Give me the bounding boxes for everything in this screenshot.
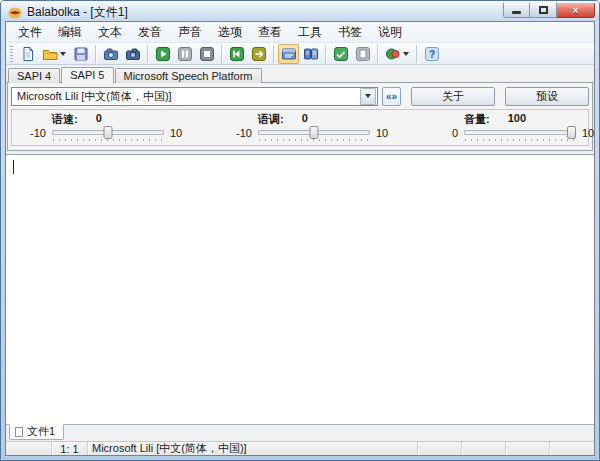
status-cell-empty <box>550 442 594 455</box>
voice-combobox-value: Microsoft Lili [中文(简体，中国)] <box>12 89 359 104</box>
skip-to-start-icon <box>229 46 245 62</box>
status-cell-position: 1: 1 <box>52 442 88 455</box>
volume-min: 0 <box>434 127 458 139</box>
menu-bookmarks[interactable]: 书签 <box>330 22 370 43</box>
slider-ticks <box>259 139 369 141</box>
close-button[interactable]: × <box>557 3 595 18</box>
pause-icon <box>177 46 193 62</box>
menu-bar: 文件 编辑 文本 发音 声音 选项 查看 工具 书签 说明 <box>6 22 594 42</box>
status-cell-empty <box>506 442 550 455</box>
voice-panel: Microsoft Lili [中文(简体，中国)] «» 关于 预设 语速: … <box>7 83 593 151</box>
new-document-button[interactable] <box>17 44 38 64</box>
volume-label: 音量: <box>464 112 490 125</box>
volume-slider-group: 音量: 100 0 100 <box>434 112 595 141</box>
clipboard-icon <box>355 46 371 62</box>
chevron-down-icon <box>365 94 371 98</box>
new-document-icon <box>20 46 36 62</box>
menu-voice[interactable]: 声音 <box>170 22 210 43</box>
pitch-max: 10 <box>376 127 400 139</box>
text-panel-icon <box>281 46 297 62</box>
play-button[interactable] <box>152 44 173 64</box>
volume-value: 100 <box>508 112 526 125</box>
document-tab[interactable]: 文件1 <box>9 424 64 440</box>
presets-button[interactable]: 预设 <box>505 87 589 106</box>
tab-sapi4[interactable]: SAPI 4 <box>8 68 60 83</box>
rate-slider[interactable] <box>52 125 164 141</box>
convert-audio-icon <box>125 46 141 62</box>
help-icon: ? <box>424 46 440 62</box>
menu-tools[interactable]: 工具 <box>290 22 330 43</box>
text-editor[interactable] <box>6 154 594 424</box>
voice-list-icon <box>385 46 401 62</box>
save-icon <box>73 46 89 62</box>
pause-button[interactable] <box>174 44 195 64</box>
menu-pronounce[interactable]: 发音 <box>130 22 170 43</box>
rate-slider-thumb[interactable] <box>104 126 113 139</box>
help-button[interactable]: ? <box>421 44 442 64</box>
toolbar-separator <box>273 45 274 63</box>
engine-tabstrip: SAPI 4 SAPI 5 Microsoft Speech Platform <box>6 65 594 83</box>
status-cell-empty <box>462 442 506 455</box>
close-icon: × <box>572 4 578 16</box>
dictionary-button[interactable] <box>300 44 321 64</box>
menu-file[interactable]: 文件 <box>10 22 50 43</box>
menu-help[interactable]: 说明 <box>370 22 410 43</box>
pitch-label: 语调: <box>258 112 284 125</box>
rate-max: 10 <box>170 127 194 139</box>
volume-slider[interactable] <box>464 125 576 141</box>
toolbar-separator <box>147 45 148 63</box>
tab-speech-platform[interactable]: Microsoft Speech Platform <box>115 68 262 83</box>
voice-test-icon: «» <box>386 91 397 102</box>
pitch-min: -10 <box>228 127 252 139</box>
merge-audio-button[interactable] <box>248 44 269 64</box>
pitch-value: 0 <box>302 112 308 125</box>
maximize-icon <box>539 6 548 14</box>
voice-combobox[interactable]: Microsoft Lili [中文(简体，中国)] <box>11 87 378 106</box>
status-bar: 1: 1 Microsoft Lili [中文(简体，中国)] <box>6 441 594 455</box>
pitch-slider-thumb[interactable] <box>310 126 319 139</box>
pitch-slider-group: 语调: 0 -10 10 <box>228 112 400 141</box>
slider-ticks <box>53 139 163 141</box>
toolbar-separator <box>416 45 417 63</box>
menu-text[interactable]: 文本 <box>90 22 130 43</box>
save-audio-button[interactable] <box>100 44 121 64</box>
open-folder-icon <box>42 46 58 62</box>
toolbar-separator <box>95 45 96 63</box>
toolbar: ? <box>6 42 594 65</box>
rate-value: 0 <box>96 112 102 125</box>
text-caret <box>13 160 14 174</box>
convert-audio-button[interactable] <box>122 44 143 64</box>
spell-check-icon <box>333 46 349 62</box>
menu-edit[interactable]: 编辑 <box>50 22 90 43</box>
document-tab-label: 文件1 <box>27 424 55 439</box>
menu-view[interactable]: 查看 <box>250 22 290 43</box>
toolbar-grip[interactable] <box>10 46 13 62</box>
status-cell-empty <box>6 442 52 455</box>
document-tabbar: 文件1 <box>6 424 594 441</box>
voice-sliders-box: 语速: 0 -10 10 语调: <box>11 109 589 146</box>
save-audio-icon <box>103 46 119 62</box>
about-voice-button[interactable]: 关于 <box>411 87 495 106</box>
voice-list-button[interactable] <box>382 44 412 64</box>
menu-options[interactable]: 选项 <box>210 22 250 43</box>
pitch-slider[interactable] <box>258 125 370 141</box>
clipboard-watch-button[interactable] <box>352 44 373 64</box>
maximize-button[interactable] <box>530 3 557 18</box>
spell-check-button[interactable] <box>330 44 351 64</box>
rate-min: -10 <box>22 127 46 139</box>
open-file-button[interactable] <box>39 44 69 64</box>
toggle-text-panel-button[interactable] <box>278 44 299 64</box>
stop-icon <box>199 46 215 62</box>
volume-slider-thumb[interactable] <box>567 126 576 139</box>
skip-to-start-button[interactable] <box>226 44 247 64</box>
voice-test-button[interactable]: «» <box>382 87 401 106</box>
merge-audio-icon <box>251 46 267 62</box>
minimize-button[interactable] <box>503 3 530 18</box>
save-file-button[interactable] <box>70 44 91 64</box>
stop-button[interactable] <box>196 44 217 64</box>
toolbar-separator <box>325 45 326 63</box>
toolbar-separator <box>221 45 222 63</box>
status-cell-voice: Microsoft Lili [中文(简体，中国)] <box>88 442 418 455</box>
tab-sapi5[interactable]: SAPI 5 <box>61 67 113 84</box>
voice-combobox-arrow[interactable] <box>360 88 376 105</box>
